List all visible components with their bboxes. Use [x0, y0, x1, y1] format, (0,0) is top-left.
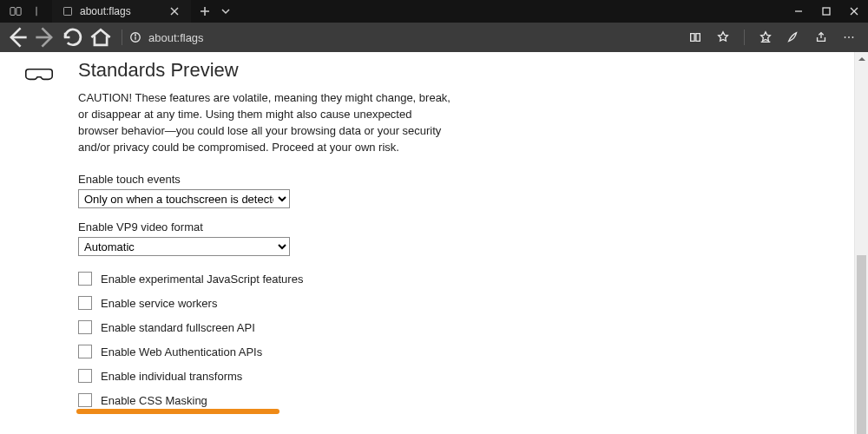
flag-web-authentication: Enable Web Authentication APIs: [78, 345, 451, 358]
flag-experimental-js: Enable experimental JavaScript features: [78, 272, 451, 286]
arrow-left-icon: [3, 23, 31, 51]
flag-checkbox[interactable]: [78, 296, 92, 310]
flag-individual-transforms: Enable individual transforms: [78, 369, 451, 383]
flag-service-workers: Enable service workers: [78, 296, 451, 310]
close-icon: [170, 7, 179, 16]
star-icon: [716, 30, 730, 44]
favorites-list-button[interactable]: [752, 23, 779, 52]
separator: [744, 30, 745, 45]
address-bar[interactable]: about:flags: [129, 31, 204, 44]
reading-view-icon: [688, 30, 702, 44]
more-button[interactable]: [835, 23, 863, 52]
flag-label: Enable Web Authentication APIs: [101, 345, 262, 358]
more-icon: [842, 30, 856, 44]
vp9-field: Enable VP9 video format Automatic: [78, 220, 451, 256]
share-icon: [814, 30, 828, 44]
tab-bar: about:flags: [0, 0, 868, 23]
flag-checkbox[interactable]: [78, 272, 92, 286]
minimize-button[interactable]: [785, 0, 812, 23]
flag-checkbox[interactable]: [78, 369, 92, 383]
svg-rect-9: [823, 8, 830, 15]
flag-fullscreen-api: Enable standard fullscreen API: [78, 320, 451, 334]
title-bar-icons: [0, 0, 52, 23]
new-tab-icon[interactable]: [200, 6, 210, 16]
chevron-down-icon[interactable]: [220, 6, 231, 16]
vp9-select[interactable]: Automatic: [78, 237, 290, 256]
arrow-right-icon: [31, 23, 59, 51]
flag-css-masking: Enable CSS Masking: [78, 393, 451, 407]
settings-section: Standards Preview CAUTION! These feature…: [78, 59, 451, 418]
close-icon: [850, 7, 858, 16]
touch-events-label: Enable touch events: [78, 173, 451, 186]
vp9-label: Enable VP9 video format: [78, 220, 451, 233]
svg-rect-0: [10, 8, 15, 16]
flag-label: Enable experimental JavaScript features: [101, 273, 303, 286]
tab-title: about:flags: [80, 5, 131, 17]
minimize-icon: [794, 7, 803, 16]
flag-label: Enable CSS Masking: [101, 394, 207, 407]
browser-tab[interactable]: about:flags: [52, 0, 191, 23]
close-tab-button[interactable]: [168, 5, 181, 17]
sidebar-panel-icon[interactable]: [10, 5, 22, 17]
reading-view-button[interactable]: [681, 23, 709, 52]
svg-rect-3: [64, 8, 72, 16]
home-icon: [87, 23, 115, 51]
vertical-scrollbar[interactable]: [854, 52, 868, 434]
flag-checkbox[interactable]: [78, 320, 92, 334]
maximize-icon: [822, 7, 831, 16]
flag-checkbox[interactable]: [78, 345, 92, 358]
pen-icon: [786, 30, 800, 44]
separator: [122, 30, 122, 45]
toolbar-right: [681, 23, 863, 52]
close-window-button[interactable]: [840, 0, 868, 23]
svg-point-19: [848, 36, 850, 38]
window-controls: [785, 0, 868, 23]
info-icon[interactable]: [129, 31, 141, 43]
flags-list: Enable experimental JavaScript features …: [78, 272, 451, 407]
touch-events-select[interactable]: Only on when a touchscreen is detected: [78, 189, 290, 208]
scrollbar-thumb[interactable]: [857, 255, 866, 434]
tab-actions: [191, 0, 240, 23]
sidebar-divider-icon: [30, 5, 43, 17]
refresh-button[interactable]: [59, 23, 87, 52]
page-viewport: Standards Preview CAUTION! These feature…: [0, 52, 868, 434]
svg-point-16: [135, 35, 136, 36]
flag-label: Enable individual transforms: [101, 370, 242, 383]
page-content: Standards Preview CAUTION! These feature…: [0, 52, 868, 418]
back-button[interactable]: [3, 23, 31, 52]
flag-checkbox[interactable]: [78, 393, 92, 407]
touch-events-field: Enable touch events Only on when a touch…: [78, 173, 451, 208]
goggles-icon: [24, 66, 54, 83]
preview-icon: [0, 59, 78, 418]
svg-rect-1: [16, 8, 21, 16]
svg-point-20: [852, 36, 854, 38]
share-button[interactable]: [807, 23, 835, 52]
scroll-up-button[interactable]: [855, 52, 868, 66]
home-button[interactable]: [87, 23, 115, 52]
flag-label: Enable standard fullscreen API: [101, 321, 255, 334]
flag-label: Enable service workers: [101, 297, 217, 310]
highlight-underline: [76, 409, 279, 414]
url-text: about:flags: [148, 31, 204, 44]
svg-point-18: [845, 36, 846, 38]
favorites-list-icon: [759, 30, 773, 44]
browser-toolbar: about:flags: [0, 23, 868, 52]
notes-button[interactable]: [779, 23, 807, 52]
maximize-button[interactable]: [812, 0, 840, 23]
chevron-up-icon: [858, 56, 865, 62]
forward-button[interactable]: [31, 23, 59, 52]
page-title: Standards Preview: [78, 59, 451, 82]
page-icon: [62, 6, 73, 16]
refresh-icon: [59, 23, 87, 51]
caution-text: CAUTION! These features are volatile, me…: [78, 90, 451, 155]
favorites-button[interactable]: [709, 23, 737, 52]
